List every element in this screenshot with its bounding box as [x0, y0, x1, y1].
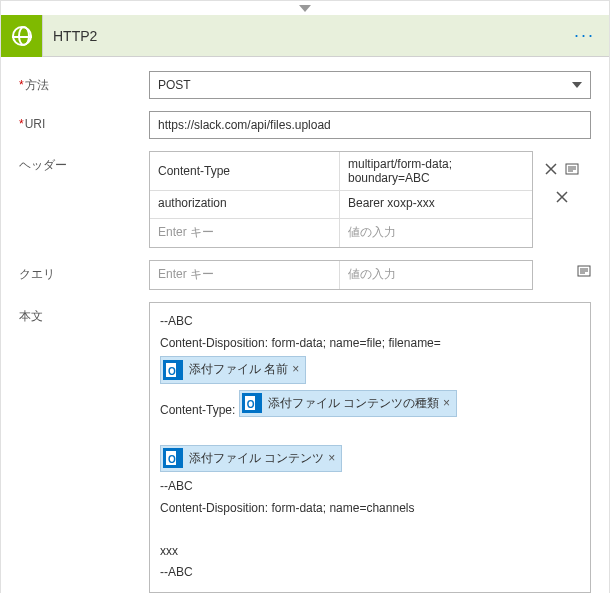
card-header: HTTP2 ··· [1, 15, 609, 57]
dynamic-token-attachment-content[interactable]: 添付ファイル コンテンツ × [160, 445, 342, 473]
remove-header-row-button[interactable] [556, 191, 568, 203]
http-icon [1, 15, 43, 57]
dynamic-token-attachment-content-type[interactable]: 添付ファイル コンテンツの種類 × [239, 390, 457, 418]
label-method: 方法 [19, 71, 149, 94]
method-select[interactable]: POST [149, 71, 591, 99]
query-key-input[interactable]: Enter キー [150, 261, 340, 289]
outlook-icon [163, 448, 183, 468]
label-uri: URI [19, 111, 149, 131]
label-headers: ヘッダー [19, 151, 149, 174]
label-query: クエリ [19, 260, 149, 283]
uri-input[interactable]: https://slack.com/api/files.upload [149, 111, 591, 139]
query-table: Enter キー 値の入力 [149, 260, 533, 290]
body-text: Content-Type: [160, 402, 235, 416]
header-key-cell[interactable]: authorization [150, 191, 340, 218]
remove-token-button[interactable]: × [443, 393, 450, 415]
outlook-icon [163, 360, 183, 380]
header-value-input[interactable]: 値の入力 [340, 219, 532, 247]
more-button[interactable]: ··· [560, 25, 609, 46]
method-value: POST [158, 78, 191, 92]
card-title: HTTP2 [43, 28, 560, 44]
body-text: xxx [160, 541, 580, 563]
remove-header-row-button[interactable] [545, 163, 557, 175]
body-text: --ABC [160, 311, 580, 333]
card-body: 方法 POST URI https://slack.com/api/files.… [1, 57, 609, 593]
http-action-card: HTTP2 ··· 方法 POST URI https://slack.com/… [0, 0, 610, 593]
switch-to-text-mode-button[interactable] [565, 162, 579, 176]
body-text: --ABC [160, 562, 580, 584]
connector-arrow [1, 1, 609, 15]
body-text: Content-Disposition: form-data; name=cha… [160, 498, 580, 520]
label-body: 本文 [19, 302, 149, 325]
headers-table: Content-Type multipart/form-data; bounda… [149, 151, 533, 248]
body-text: --ABC [160, 476, 580, 498]
dynamic-token-attachment-name[interactable]: 添付ファイル 名前 × [160, 356, 306, 384]
switch-to-text-mode-button[interactable] [577, 264, 591, 278]
remove-token-button[interactable]: × [292, 359, 299, 381]
uri-value: https://slack.com/api/files.upload [158, 118, 331, 132]
header-value-cell[interactable]: multipart/form-data; boundary=ABC [340, 152, 532, 190]
chevron-down-icon [572, 82, 582, 88]
header-key-input[interactable]: Enter キー [150, 219, 340, 247]
header-key-cell[interactable]: Content-Type [150, 152, 340, 190]
header-value-cell[interactable]: Bearer xoxp-xxx [340, 191, 532, 218]
query-value-input[interactable]: 値の入力 [340, 261, 532, 289]
outlook-icon [242, 393, 262, 413]
remove-token-button[interactable]: × [328, 448, 335, 470]
body-input[interactable]: --ABC Content-Disposition: form-data; na… [149, 302, 591, 593]
body-text: Content-Disposition: form-data; name=fil… [160, 333, 580, 355]
